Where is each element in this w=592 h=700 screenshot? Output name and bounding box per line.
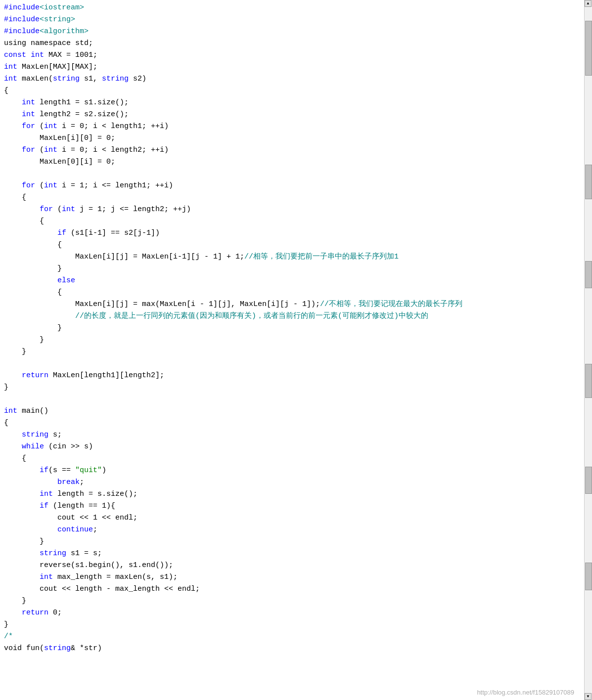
- code-line-42: int length = s.size();: [4, 488, 584, 500]
- code-line-25: {: [4, 287, 584, 299]
- code-line-24: else: [4, 275, 584, 287]
- code-line-34: [4, 394, 584, 405]
- scroll-thumb-2[interactable]: [585, 165, 592, 199]
- code-token: <algorithm>: [40, 27, 89, 36]
- code-token: (cin >> s): [44, 442, 93, 451]
- code-token: {: [4, 87, 8, 95]
- scroll-thumb-4[interactable]: [585, 364, 592, 398]
- code-token: i = 0; i < length2; ++i): [57, 146, 169, 154]
- code-token: if: [40, 502, 48, 510]
- code-line-41: break;: [4, 477, 584, 488]
- code-line-1: #include<iostream>: [4, 2, 584, 14]
- code-token: for: [40, 205, 53, 214]
- code-token: MaxLen[i][0] = 0;: [4, 134, 115, 142]
- code-token: }: [4, 597, 26, 605]
- code-line-27: //的长度，就是上一行同列的元素值(因为和顺序有关)，或者当前行的前一元素(可能…: [4, 310, 584, 322]
- code-token: string: [102, 75, 129, 83]
- code-token: {: [4, 193, 26, 202]
- code-token: }: [4, 336, 44, 344]
- code-line-12: MaxLen[i][0] = 0;: [4, 132, 584, 144]
- code-line-17: {: [4, 192, 584, 204]
- code-line-38: while (cin >> s): [4, 441, 584, 453]
- code-token: {: [4, 241, 62, 249]
- code-token: int: [44, 146, 57, 154]
- code-token: [4, 609, 22, 617]
- code-line-22: MaxLen[i][j] = MaxLen[i-1][j - 1] + 1;//…: [4, 251, 584, 263]
- scroll-thumb-5[interactable]: [585, 467, 592, 494]
- code-token: }: [4, 264, 62, 273]
- code-token: string: [53, 75, 80, 83]
- code-token: {: [4, 454, 26, 463]
- code-line-15: [4, 168, 584, 180]
- scroll-thumb-1[interactable]: [585, 21, 592, 76]
- code-line-20: if (s1[i-1] == s2[j-1]): [4, 227, 584, 239]
- scrollbar-panel[interactable]: ▲ ▼: [584, 0, 592, 700]
- code-token: int: [22, 110, 35, 119]
- code-token: [4, 478, 57, 486]
- code-line-33: }: [4, 382, 584, 394]
- code-token: [4, 122, 22, 131]
- code-token: s1 = s;: [66, 549, 102, 558]
- code-token: cout << 1 << endl;: [4, 514, 137, 522]
- code-token: /*: [4, 632, 13, 641]
- code-token: [4, 181, 22, 190]
- code-token: [4, 110, 22, 119]
- code-line-18: for (int j = 1; j <= length2; ++j): [4, 204, 584, 216]
- code-token: ;: [80, 478, 84, 486]
- code-token: for: [22, 181, 35, 190]
- code-token: j = 1; j <= length2; ++j): [75, 205, 191, 214]
- code-token: //的长度，就是上一行同列的元素值(因为和顺序有关)，或者当前行的前一元素(可能…: [75, 312, 428, 320]
- code-token: string: [44, 644, 71, 653]
- code-line-55: void fun(string& *str): [4, 643, 584, 655]
- code-token: int: [40, 573, 53, 581]
- code-line-35: int main(): [4, 405, 584, 417]
- code-token: s1,: [80, 75, 102, 83]
- code-token: [4, 431, 22, 439]
- scroll-thumb-3[interactable]: [585, 261, 592, 289]
- code-token: & *str): [71, 644, 102, 653]
- code-line-31: [4, 358, 584, 370]
- code-line-2: #include<string>: [4, 14, 584, 26]
- code-token: [4, 502, 40, 510]
- code-line-37: string s;: [4, 429, 584, 441]
- code-token: else: [57, 276, 75, 285]
- code-line-28: }: [4, 322, 584, 334]
- code-token: length2 = s2.size();: [35, 110, 129, 119]
- code-token: MAX = 1001;: [44, 51, 97, 59]
- scroll-thumb-6[interactable]: [585, 563, 592, 590]
- code-line-49: int max_length = maxLen(s, s1);: [4, 571, 584, 583]
- code-token: (s1[i-1] == s2[j-1]): [66, 229, 160, 237]
- watermark: http://blog.csdn.net/f15829107089: [477, 688, 574, 698]
- code-line-19: {: [4, 216, 584, 227]
- code-token: (s ==: [48, 466, 75, 475]
- code-line-51: }: [4, 595, 584, 607]
- code-line-11: for (int i = 0; i < length1; ++i): [4, 121, 584, 132]
- code-line-45: continue;: [4, 524, 584, 536]
- code-token: {: [4, 288, 62, 297]
- code-token: int: [44, 122, 57, 131]
- code-token: ): [102, 466, 106, 475]
- code-line-52: return 0;: [4, 607, 584, 619]
- scroll-down-arrow[interactable]: ▼: [585, 693, 592, 700]
- code-token: //不相等，我们要记现在最大的最长子序列: [320, 300, 462, 308]
- code-line-53: }: [4, 619, 584, 631]
- code-token: [4, 549, 40, 558]
- code-token: length1 = s1.size();: [35, 98, 129, 107]
- scroll-up-arrow[interactable]: ▲: [585, 0, 592, 7]
- code-token: "quit": [75, 466, 102, 475]
- code-token: #include: [4, 27, 40, 36]
- code-token: for: [22, 146, 35, 154]
- code-token: }: [4, 620, 8, 629]
- code-token: i = 1; i <= length1; ++i): [57, 181, 173, 190]
- code-token: int: [44, 181, 57, 190]
- code-line-9: int length1 = s1.size();: [4, 97, 584, 109]
- code-token: [4, 229, 57, 237]
- code-token: for: [22, 122, 35, 131]
- code-token: MaxLen[MAX][MAX];: [17, 63, 97, 71]
- code-token: [4, 98, 22, 107]
- code-token: MaxLen[i][j] = MaxLen[i-1][j - 1] + 1;: [4, 253, 244, 261]
- code-line-21: {: [4, 239, 584, 251]
- code-token: {: [4, 419, 8, 427]
- code-token: int: [4, 407, 17, 415]
- code-line-26: MaxLen[i][j] = max(MaxLen[i - 1][j], Max…: [4, 299, 584, 310]
